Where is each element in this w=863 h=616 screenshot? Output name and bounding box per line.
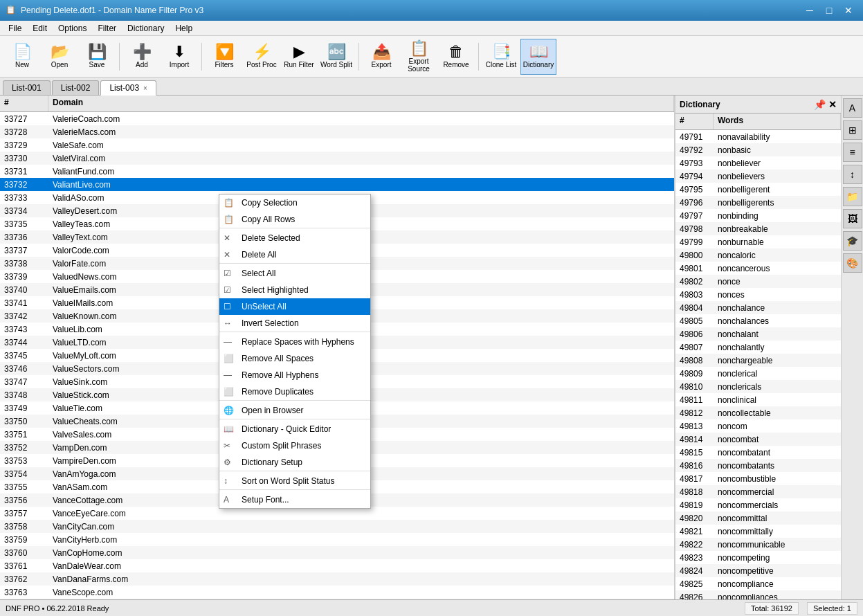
dict-row[interactable]: 49797nonbinding — [675, 209, 841, 222]
dict-row[interactable]: 49811nonclinical — [675, 393, 841, 406]
dict-row[interactable]: 49818noncommercial — [675, 485, 841, 498]
toolbar-btn-clonelist[interactable]: 📑Clone List — [483, 39, 519, 75]
dict-row[interactable]: 49815noncombatant — [675, 446, 841, 459]
menu-item-dictionary[interactable]: Dictionary — [122, 22, 170, 35]
list-row[interactable]: 33728ValerieMacs.com — [0, 125, 674, 138]
dict-row[interactable]: 49816noncombatants — [675, 459, 841, 472]
ctx-item-dict-quick-editor[interactable]: 📖Dictionary - Quick Editor — [219, 421, 370, 437]
dict-row[interactable]: 49792nonbasic — [675, 143, 841, 156]
ctx-item-dict-setup[interactable]: ⚙Dictionary Setup — [219, 454, 370, 471]
list-row[interactable]: 33762VanDanaFarms.com — [0, 572, 674, 586]
tab-close-list003[interactable]: × — [143, 84, 147, 92]
toolbar-btn-remove[interactable]: 🗑Remove — [438, 39, 474, 75]
ctx-item-invert-selection[interactable]: ↔Invert Selection — [219, 315, 370, 332]
tab-list003[interactable]: List-003× — [100, 80, 156, 96]
dict-row[interactable]: 49805nonchalances — [675, 314, 841, 327]
dict-row[interactable]: 49796nonbelligerents — [675, 196, 841, 209]
dict-row[interactable]: 49813noncom — [675, 419, 841, 433]
ctx-item-unselect-all[interactable]: ☐UnSelect All — [219, 298, 370, 315]
ctx-item-delete-all[interactable]: ✕Delete All — [219, 246, 370, 264]
ctx-item-copy-all-rows[interactable]: 📋Copy All Rows — [219, 211, 370, 228]
menu-item-help[interactable]: Help — [170, 22, 198, 35]
dict-row[interactable]: 49804nonchalance — [675, 301, 841, 314]
minimize-button[interactable]: ─ — [801, 3, 819, 17]
menu-item-filter[interactable]: Filter — [92, 22, 122, 35]
toolbar-btn-postproc[interactable]: ⚡Post Proc — [244, 39, 280, 75]
list-row[interactable]: 33763VaneScope.com — [0, 586, 674, 599]
dict-row[interactable]: 49824noncompetitive — [675, 564, 841, 577]
tab-list002[interactable]: List-002 — [52, 80, 100, 95]
dict-row[interactable]: 49795nonbelligerent — [675, 183, 841, 196]
dict-row[interactable]: 49814noncombat — [675, 433, 841, 446]
dict-row[interactable]: 49791nonavailability — [675, 130, 841, 143]
list-row[interactable]: 33729ValeSafe.com — [0, 138, 674, 152]
dict-row[interactable]: 49826noncompliances — [675, 590, 841, 599]
ctx-item-copy-selection[interactable]: 📋Copy Selection — [219, 194, 370, 211]
side-btn-7[interactable]: 🎓 — [843, 231, 862, 251]
list-row[interactable]: 33731ValiantFund.com — [0, 165, 674, 178]
ctx-item-custom-split[interactable]: ✂Custom Split Phrases — [219, 437, 370, 454]
dict-pin-icon[interactable]: 📌 — [814, 99, 826, 110]
toolbar-btn-export[interactable]: 📤Export — [363, 39, 399, 75]
dict-row[interactable]: 49807nonchalantly — [675, 341, 841, 354]
maximize-button[interactable]: □ — [820, 3, 838, 17]
toolbar-btn-wordsplit[interactable]: 🔤Word Split — [318, 39, 354, 75]
dict-row[interactable]: 49812noncollectable — [675, 406, 841, 419]
ctx-item-remove-duplicates[interactable]: ⬜Remove Duplicates — [219, 383, 370, 401]
menu-item-options[interactable]: Options — [53, 22, 92, 35]
ctx-item-select-highlighted[interactable]: ☑Select Highlighted — [219, 282, 370, 298]
list-row[interactable]: 33732ValiantLive.com — [0, 178, 674, 191]
dict-row[interactable]: 49809nonclerical — [675, 367, 841, 380]
toolbar-btn-new[interactable]: 📄New — [4, 39, 40, 75]
toolbar-btn-dictionary[interactable]: 📖Dictionary — [520, 39, 556, 75]
dict-row[interactable]: 49819noncommercials — [675, 498, 841, 511]
toolbar-btn-import[interactable]: ⬇Import — [161, 39, 197, 75]
dict-row[interactable]: 49802nonce — [675, 275, 841, 288]
ctx-item-select-all[interactable]: ☑Select All — [219, 265, 370, 282]
ctx-item-replace-spaces[interactable]: —Replace Spaces with Hyphens — [219, 334, 370, 350]
dict-row[interactable]: 49801noncancerous — [675, 262, 841, 275]
list-row[interactable]: 33759VanCityHerb.com — [0, 533, 674, 546]
dict-row[interactable]: 49800noncaloric — [675, 248, 841, 262]
dict-row[interactable]: 49823noncompeting — [675, 551, 841, 564]
toolbar-btn-save[interactable]: 💾Save — [79, 39, 115, 75]
list-row[interactable]: 33730ValetViral.com — [0, 152, 674, 165]
dict-row[interactable]: 49793nonbeliever — [675, 156, 841, 170]
ctx-item-remove-spaces[interactable]: ⬜Remove All Spaces — [219, 350, 370, 367]
dict-row[interactable]: 49822noncommunicable — [675, 538, 841, 551]
tab-list001[interactable]: List-001 — [3, 80, 51, 95]
ctx-item-sort-word-split[interactable]: ↕Sort on Word Split Status — [219, 473, 370, 490]
dict-close-icon[interactable]: ✕ — [828, 99, 837, 110]
toolbar-btn-open[interactable]: 📂Open — [42, 39, 78, 75]
dict-row[interactable]: 49799nonburnable — [675, 235, 841, 248]
side-btn-2[interactable]: ⊞ — [843, 120, 862, 140]
menu-item-edit[interactable]: Edit — [27, 22, 53, 35]
side-btn-3[interactable]: ≡ — [843, 143, 862, 162]
dict-row[interactable]: 49820noncommittal — [675, 511, 841, 525]
ctx-item-remove-hyphens[interactable]: —Remove All Hyphens — [219, 367, 370, 383]
dict-row[interactable]: 49806nonchalant — [675, 327, 841, 341]
list-row[interactable]: 33761VanDaleWear.com — [0, 559, 674, 572]
side-btn-5[interactable]: 📁 — [843, 187, 862, 206]
dict-row[interactable]: 49817noncombustible — [675, 472, 841, 485]
toolbar-btn-add[interactable]: ➕Add — [124, 39, 160, 75]
toolbar-btn-filters[interactable]: 🔽Filters — [206, 39, 242, 75]
dict-row[interactable]: 49803nonces — [675, 288, 841, 301]
side-btn-4[interactable]: ↕ — [843, 165, 862, 184]
ctx-item-setup-font[interactable]: ASetup Font... — [219, 491, 370, 508]
ctx-item-open-browser[interactable]: 🌐Open in Browser — [219, 402, 370, 419]
side-btn-1[interactable]: A — [843, 98, 862, 118]
close-button[interactable]: ✕ — [839, 3, 857, 17]
toolbar-btn-runfilter[interactable]: ▶Run Filter — [281, 39, 317, 75]
menu-item-file[interactable]: File — [3, 22, 27, 35]
dict-row[interactable]: 49794nonbelievers — [675, 170, 841, 183]
list-row[interactable]: 33727ValerieCoach.com — [0, 112, 674, 125]
dict-row[interactable]: 49808nonchargeable — [675, 354, 841, 367]
dict-row[interactable]: 49798nonbreakable — [675, 222, 841, 235]
dict-row[interactable]: 49825noncompliance — [675, 577, 841, 590]
list-row[interactable]: 33760VanCopHome.com — [0, 546, 674, 559]
list-row[interactable]: 33758VanCityCan.com — [0, 520, 674, 533]
ctx-item-delete-selected[interactable]: ✕Delete Selected — [219, 230, 370, 246]
toolbar-btn-exportsource[interactable]: 📋Export Source — [401, 39, 437, 75]
side-btn-6[interactable]: 🖼 — [843, 209, 862, 228]
